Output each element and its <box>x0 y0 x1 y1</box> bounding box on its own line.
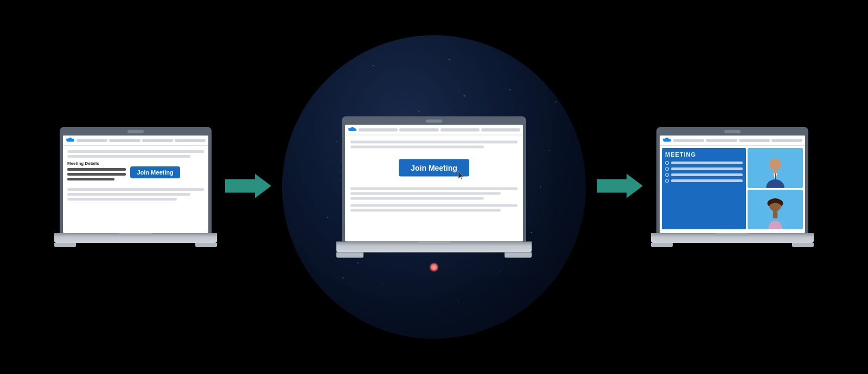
laptop-left-screen: Meeting Details Join Meeting <box>63 136 208 233</box>
laptop-right: MEETING <box>651 127 814 247</box>
svg-rect-6 <box>773 211 777 218</box>
laptop-center-topbar <box>345 125 523 136</box>
laptop-right-screen: MEETING <box>660 136 805 233</box>
avatar-man-icon <box>748 156 803 188</box>
arrow-right <box>597 171 643 203</box>
laptop-left-topbar <box>63 136 208 146</box>
laptop-left-notch <box>127 130 144 133</box>
laptop-right-topbar <box>660 136 805 146</box>
meeting-panel-title: MEETING <box>665 151 743 158</box>
laptop-left-feet <box>54 243 217 247</box>
laptop-center-base <box>336 242 532 253</box>
meeting-list-item-4 <box>665 179 743 183</box>
laptop-center-navbar <box>359 128 520 132</box>
laptop-center-screen: Join Meeting <box>345 125 523 242</box>
svg-marker-0 <box>225 174 271 198</box>
salesforce-cloud-icon-right <box>662 137 671 144</box>
laptop-center: Join Meeting <box>336 117 532 258</box>
laptop-left-base <box>54 233 217 243</box>
svg-marker-1 <box>597 174 643 198</box>
meeting-details-label: Meeting Details <box>67 161 126 166</box>
laptop-right-notch <box>724 130 741 133</box>
salesforce-cloud-icon-center <box>348 127 356 133</box>
meeting-list-item-3 <box>665 173 743 177</box>
laptop-right-screen-wrapper: MEETING <box>656 127 808 233</box>
meeting-list-item-1 <box>665 161 743 165</box>
arrow-left <box>225 171 271 203</box>
salesforce-cloud-icon-left <box>66 137 74 144</box>
laptop-left: Meeting Details Join Meeting <box>54 127 217 247</box>
avatar-2 <box>748 190 803 230</box>
join-meeting-button-left[interactable]: Join Meeting <box>130 166 180 178</box>
laptop-right-navbar <box>673 139 802 142</box>
laptop-left-navbar <box>76 139 206 142</box>
laptop-right-feet <box>651 243 814 247</box>
avatar-woman-icon <box>748 197 803 229</box>
laptop-center-notch <box>426 120 442 123</box>
laptop-left-screen-wrapper: Meeting Details Join Meeting <box>60 127 212 233</box>
laptop-center-feet <box>336 253 532 258</box>
meeting-list-item-2 <box>665 167 743 171</box>
laptop-right-base <box>651 233 814 243</box>
svg-point-2 <box>769 158 781 170</box>
avatar-1 <box>748 148 803 188</box>
cursor-icon <box>458 171 466 181</box>
laptop-center-screen-wrapper: Join Meeting <box>342 117 526 242</box>
scene: Meeting Details Join Meeting <box>0 0 868 374</box>
